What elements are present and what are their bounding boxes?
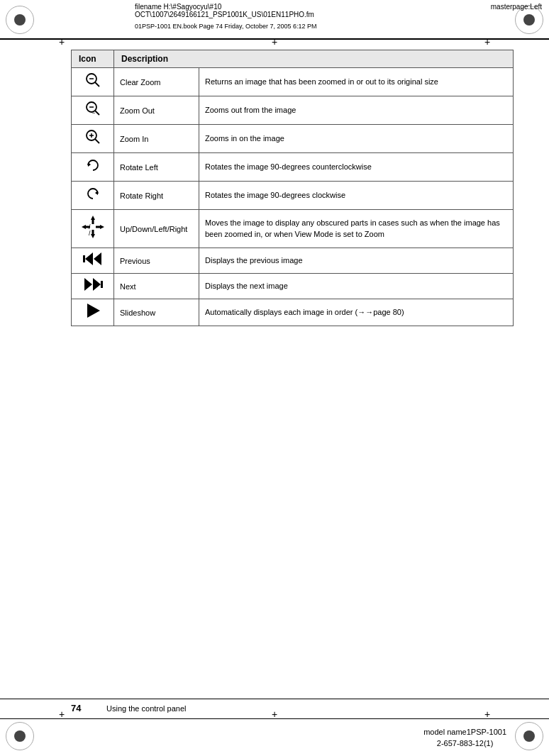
- svg-line-8: [95, 139, 99, 143]
- rotate-left-desc: Rotates the image 90-degrees countercloc…: [199, 153, 514, 182]
- table-row: Zoom In Zooms in on the image: [72, 125, 514, 153]
- zoom-in-name: Zoom In: [114, 125, 199, 153]
- slideshow-name: Slideshow: [114, 299, 199, 326]
- svg-rect-26: [101, 281, 103, 288]
- directional-desc: Moves the image to display any obscured …: [199, 210, 514, 248]
- svg-line-4: [95, 111, 99, 115]
- next-icon: [83, 278, 103, 291]
- zoom-in-icon: [85, 129, 101, 145]
- directional-name: Up/Down/Left/Right: [114, 210, 199, 248]
- model-name: model name1PSP-1001: [423, 727, 506, 738]
- rotate-right-desc: Rotates the image 90-degrees clockwise: [199, 182, 514, 210]
- icon-cell-previous: [72, 248, 114, 274]
- slideshow-icon: [86, 304, 100, 318]
- icon-cell-slideshow: [72, 299, 114, 326]
- icon-cell-next: [72, 274, 114, 299]
- clear-zoom-icon: [85, 72, 101, 88]
- svg-marker-15: [91, 234, 95, 238]
- previous-icon: [83, 252, 103, 265]
- rotate-left-name: Rotate Left: [114, 153, 199, 182]
- next-name: Next: [114, 274, 199, 299]
- svg-text:/: /: [89, 230, 91, 237]
- svg-rect-20: [96, 226, 100, 228]
- corner-decoration-br: [515, 722, 543, 750]
- icon-cell-rotate-right: [72, 182, 114, 210]
- rotate-right-icon: [85, 186, 101, 201]
- col-header-icon: Icon: [72, 50, 114, 68]
- table-row: / / Up/Down/Left/Right Moves the image t…: [72, 210, 514, 248]
- svg-marker-24: [85, 252, 93, 265]
- header-filename: filename H:\#Sagyocyu\#10 OCT\1007\26491…: [135, 3, 314, 18]
- icon-cell-directional: / /: [72, 210, 114, 248]
- svg-marker-13: [91, 216, 95, 220]
- previous-desc: Displays the previous image: [199, 248, 514, 274]
- zoom-in-desc: Zooms in on the image: [199, 125, 514, 153]
- svg-rect-16: [92, 230, 94, 234]
- svg-rect-14: [92, 220, 94, 224]
- header-line: [0, 38, 549, 40]
- icon-table: Icon Description Clear Zoom Returns an i…: [71, 50, 514, 326]
- table-row: Rotate Right Rotates the image 90-degree…: [72, 182, 514, 210]
- svg-marker-17: [82, 225, 86, 229]
- icon-cell-clear-zoom: [72, 68, 114, 96]
- zoom-out-icon: −: [85, 101, 101, 116]
- next-desc: Displays the next image: [199, 274, 514, 299]
- footer-text: Using the control panel: [106, 704, 187, 713]
- svg-text:−: −: [92, 110, 96, 116]
- previous-name: Previous: [114, 248, 199, 274]
- table-row: Clear Zoom Returns an image that has bee…: [72, 68, 514, 96]
- icon-cell-zoom-out: −: [72, 96, 114, 125]
- header-bookinfo: 01PSP-1001 EN.book Page 74 Friday, Octob…: [135, 23, 317, 30]
- svg-marker-25: [94, 252, 101, 265]
- svg-marker-27: [93, 278, 101, 291]
- svg-line-1: [95, 82, 99, 87]
- svg-rect-23: [83, 255, 85, 262]
- svg-marker-29: [87, 304, 100, 318]
- table-row: Rotate Left Rotates the image 90-degrees…: [72, 153, 514, 182]
- rotate-right-name: Rotate Right: [114, 182, 199, 210]
- table-row: Previous Displays the previous image: [72, 248, 514, 274]
- page-footer: 74 Using the control panel: [0, 699, 549, 717]
- model-number: 2-657-883-12(1): [423, 738, 506, 749]
- svg-marker-19: [100, 225, 104, 229]
- zoom-out-name: Zoom Out: [114, 96, 199, 125]
- rotate-left-icon: [85, 157, 101, 173]
- table-row: Slideshow Automatically displays each im…: [72, 299, 514, 326]
- page-header: filename H:\#Sagyocyu\#10 OCT\1007\26491…: [0, 0, 549, 39]
- clear-zoom-desc: Returns an image that has been zoomed in…: [199, 68, 514, 96]
- page-number: 74: [71, 703, 92, 713]
- footer-line: [0, 718, 549, 719]
- main-content: Icon Description Clear Zoom Returns an i…: [71, 43, 514, 685]
- icon-cell-zoom-in: [72, 125, 114, 153]
- svg-marker-11: [88, 162, 91, 167]
- clear-zoom-name: Clear Zoom: [114, 68, 199, 96]
- svg-marker-28: [84, 278, 92, 291]
- col-header-description: Description: [114, 50, 514, 68]
- svg-marker-12: [95, 191, 98, 195]
- table-row: − Zoom Out Zooms out from the image: [72, 96, 514, 125]
- table-row: Next Displays the next image: [72, 274, 514, 299]
- slideshow-desc: Automatically displays each image in ord…: [199, 299, 514, 326]
- model-info: model name1PSP-1001 2-657-883-12(1): [423, 727, 506, 749]
- corner-decoration-bl: [6, 722, 34, 750]
- icon-cell-rotate-left: [72, 153, 114, 182]
- zoom-out-desc: Zooms out from the image: [199, 96, 514, 125]
- header-masterpage: masterpage:Left: [491, 3, 542, 11]
- directional-icon: / /: [80, 214, 106, 240]
